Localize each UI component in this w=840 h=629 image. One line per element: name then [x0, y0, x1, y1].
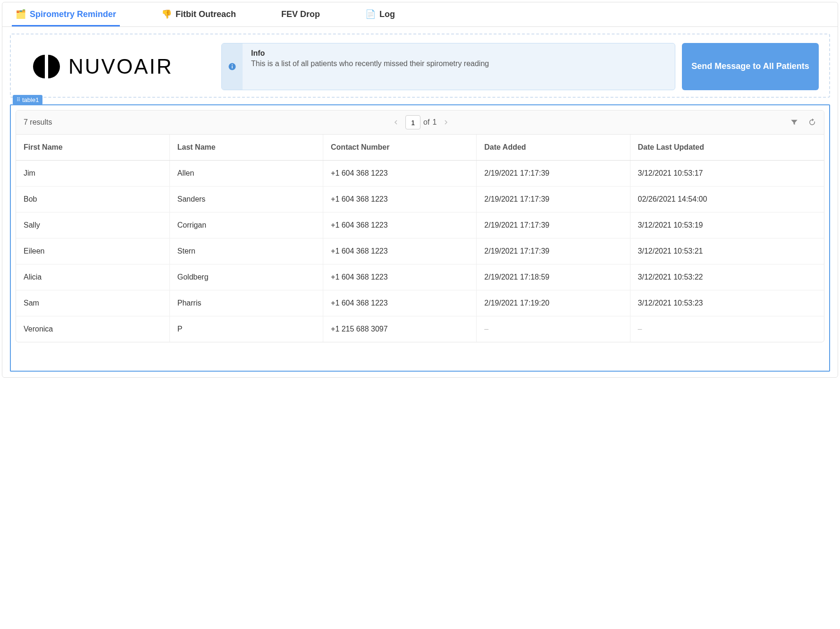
- cell-first: Eileen: [16, 238, 169, 264]
- cell-first: Bob: [16, 187, 169, 212]
- cell-last: P: [169, 316, 323, 342]
- tab-label: Fitbit Outreach: [176, 9, 236, 19]
- svg-rect-2: [232, 66, 233, 68]
- cell-added: 2/19/2021 17:19:20: [477, 290, 630, 316]
- tab-spirometry-reminder[interactable]: 🗂️ Spirometry Reminder: [12, 2, 120, 26]
- cell-last: Sanders: [169, 187, 323, 212]
- nuvoair-logo-icon: NUVOAIR: [28, 50, 208, 83]
- cell-contact: +1 604 368 1223: [323, 212, 477, 238]
- cell-updated: 3/12/2021 10:53:17: [630, 161, 824, 187]
- info-banner: Info This is a list of all patients who …: [221, 43, 675, 90]
- cell-updated: 02/26/2021 14:54:00: [630, 187, 824, 212]
- tab-label: Spirometry Reminder: [30, 9, 116, 19]
- pager-input[interactable]: [405, 115, 420, 129]
- refresh-icon[interactable]: [808, 118, 816, 127]
- table-header-row: First Name Last Name Contact Number Date…: [16, 135, 824, 161]
- cell-first: Veronica: [16, 316, 169, 342]
- tabs-bar: 🗂️ Spirometry Reminder 👎 Fitbit Outreach…: [2, 2, 838, 27]
- cell-added: 2/19/2021 17:18:59: [477, 264, 630, 290]
- cell-added: –: [477, 316, 630, 342]
- info-title: Info: [251, 49, 489, 58]
- cell-updated: 3/12/2021 10:53:22: [630, 264, 824, 290]
- document-icon: 📄: [365, 9, 376, 19]
- cell-first: Alicia: [16, 264, 169, 290]
- folder-icon: 🗂️: [16, 9, 26, 19]
- cell-added: 2/19/2021 17:17:39: [477, 212, 630, 238]
- logo: NUVOAIR: [21, 43, 215, 90]
- table-row[interactable]: AliciaGoldberg+1 604 368 12232/19/2021 1…: [16, 264, 824, 290]
- chevron-right-icon: [444, 120, 448, 125]
- chevron-left-icon: [394, 120, 398, 125]
- cell-updated: 3/12/2021 10:53:23: [630, 290, 824, 316]
- pager: of 1: [389, 115, 453, 129]
- table-row[interactable]: EileenStern+1 604 368 12232/19/2021 17:1…: [16, 238, 824, 264]
- tab-label: FEV Drop: [281, 9, 320, 19]
- svg-point-3: [232, 64, 233, 65]
- cell-contact: +1 604 368 1223: [323, 264, 477, 290]
- info-icon: [222, 43, 243, 90]
- pager-next[interactable]: [439, 116, 453, 129]
- col-contact[interactable]: Contact Number: [323, 135, 477, 161]
- table-tag[interactable]: table1: [13, 95, 42, 105]
- table-row[interactable]: SamPharris+1 604 368 12232/19/2021 17:19…: [16, 290, 824, 316]
- thumbs-down-icon: 👎: [161, 9, 172, 19]
- table-row[interactable]: VeronicaP+1 215 688 3097––: [16, 316, 824, 342]
- col-first-name[interactable]: First Name: [16, 135, 169, 161]
- cell-last: Goldberg: [169, 264, 323, 290]
- col-date-added[interactable]: Date Added: [477, 135, 630, 161]
- pager-prev[interactable]: [389, 116, 403, 129]
- cell-added: 2/19/2021 17:17:39: [477, 187, 630, 212]
- cell-added: 2/19/2021 17:17:39: [477, 161, 630, 187]
- tab-log[interactable]: 📄 Log: [361, 2, 399, 26]
- cell-contact: +1 215 688 3097: [323, 316, 477, 342]
- header-row: NUVOAIR Info This is a list of all patie…: [10, 34, 830, 98]
- table-row[interactable]: SallyCorrigan+1 604 368 12232/19/2021 17…: [16, 212, 824, 238]
- cell-last: Corrigan: [169, 212, 323, 238]
- patients-table: First Name Last Name Contact Number Date…: [16, 135, 824, 342]
- pager-of: of: [423, 118, 429, 127]
- cell-first: Jim: [16, 161, 169, 187]
- cell-contact: +1 604 368 1223: [323, 161, 477, 187]
- svg-text:NUVOAIR: NUVOAIR: [68, 55, 173, 78]
- table-container: table1 7 results of 1: [10, 104, 830, 372]
- cell-contact: +1 604 368 1223: [323, 187, 477, 212]
- info-text: This is a list of all patients who recen…: [251, 59, 489, 69]
- cell-last: Allen: [169, 161, 323, 187]
- tab-fitbit-outreach[interactable]: 👎 Fitbit Outreach: [158, 2, 240, 26]
- col-last-name[interactable]: Last Name: [169, 135, 323, 161]
- col-date-updated[interactable]: Date Last Updated: [630, 135, 824, 161]
- filter-icon[interactable]: [790, 118, 798, 127]
- results-count: 7 results: [24, 118, 52, 127]
- app-frame: 🗂️ Spirometry Reminder 👎 Fitbit Outreach…: [2, 2, 838, 378]
- tab-label: Log: [379, 9, 395, 19]
- table-toolbar: 7 results of 1: [16, 110, 824, 135]
- pager-total: 1: [432, 118, 437, 127]
- cell-updated: 3/12/2021 10:53:19: [630, 212, 824, 238]
- send-message-button[interactable]: Send Message to All Patients: [682, 43, 819, 90]
- cell-first: Sam: [16, 290, 169, 316]
- table-row[interactable]: JimAllen+1 604 368 12232/19/2021 17:17:3…: [16, 161, 824, 187]
- tab-fev-drop[interactable]: FEV Drop: [277, 2, 324, 26]
- cell-last: Pharris: [169, 290, 323, 316]
- cell-contact: +1 604 368 1223: [323, 290, 477, 316]
- cell-added: 2/19/2021 17:17:39: [477, 238, 630, 264]
- cell-last: Stern: [169, 238, 323, 264]
- cell-first: Sally: [16, 212, 169, 238]
- table-row[interactable]: BobSanders+1 604 368 12232/19/2021 17:17…: [16, 187, 824, 212]
- cell-updated: 3/12/2021 10:53:21: [630, 238, 824, 264]
- cell-contact: +1 604 368 1223: [323, 238, 477, 264]
- cell-updated: –: [630, 316, 824, 342]
